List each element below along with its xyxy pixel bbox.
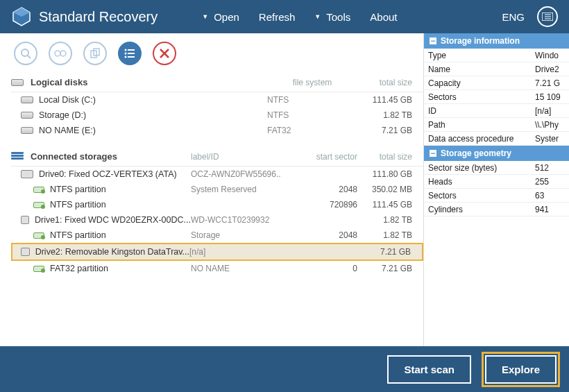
info-value: 255 xyxy=(535,177,569,187)
col-label: label/ID xyxy=(191,152,281,162)
row-name: NTFS partition xyxy=(50,230,106,240)
disk-fs: NTFS xyxy=(267,95,357,105)
drive-row[interactable]: Drive0: Fixed OCZ-VERTEX3 (ATA)OCZ-AWNZ0… xyxy=(11,167,423,182)
info-key: Path xyxy=(424,120,535,130)
svg-point-9 xyxy=(60,51,66,56)
chevron-down-icon: ▼ xyxy=(314,13,321,20)
info-key: Name xyxy=(424,65,535,74)
menu-tools[interactable]: ▼Tools xyxy=(305,0,360,33)
menu-open[interactable]: ▼Open xyxy=(192,0,249,33)
row-label: NO NAME xyxy=(191,264,281,273)
start-scan-button[interactable]: Start scan xyxy=(387,355,471,384)
svg-point-14 xyxy=(125,53,127,55)
search-icon[interactable] xyxy=(14,42,37,65)
disk-icon xyxy=(11,79,24,86)
info-key: Heads xyxy=(424,177,535,187)
row-name: FAT32 partition xyxy=(50,264,108,273)
row-name: Drive0: Fixed OCZ-VERTEX3 (ATA) xyxy=(39,169,177,179)
row-size: 350.02 MB xyxy=(357,185,423,194)
info-key: Cylinders xyxy=(424,205,535,214)
svg-rect-15 xyxy=(128,53,135,54)
disk-size: 1.82 TB xyxy=(357,110,423,120)
partition-row[interactable]: FAT32 partitionNO NAME07.21 GB xyxy=(11,261,423,276)
col-size: total size xyxy=(357,152,423,162)
language-selector[interactable]: ENG xyxy=(502,11,525,23)
partition-row[interactable]: NTFS partitionStorage20481.82 TB xyxy=(11,228,423,243)
storage-geom-title: Storage geometry xyxy=(441,148,511,158)
row-start: 2048 xyxy=(281,230,357,240)
col-filesystem: file system xyxy=(267,78,357,87)
connected-title: Connected storages xyxy=(31,151,117,162)
info-key: Sectors xyxy=(424,92,535,102)
col-totalsize: total size xyxy=(357,78,423,87)
info-row: Path\\.\Phy xyxy=(424,118,569,132)
info-row: Sectors15 109 xyxy=(424,90,569,104)
explore-button[interactable]: Explore xyxy=(485,355,557,384)
row-size: 111.45 GB xyxy=(357,200,423,210)
row-size: 7.21 GB xyxy=(356,247,422,257)
chevron-down-icon: ▼ xyxy=(202,13,208,20)
svg-line-7 xyxy=(28,56,31,58)
logical-disks-title: Logical disks xyxy=(31,77,87,87)
info-key: Type xyxy=(424,51,535,60)
logical-disk-row[interactable]: Local Disk (C:)NTFS111.45 GB xyxy=(11,92,423,108)
info-key: ID xyxy=(424,106,535,116)
storage-geom-header[interactable]: −Storage geometry xyxy=(424,146,569,161)
row-start: 2048 xyxy=(281,185,357,194)
list-view-icon[interactable] xyxy=(118,42,142,65)
partition-row[interactable]: NTFS partition720896111.45 GB xyxy=(11,197,423,212)
storage-info-header[interactable]: −Storage information xyxy=(424,33,569,49)
row-label: WD-WCC1T0239932 xyxy=(191,215,281,225)
row-start: 720896 xyxy=(281,200,357,210)
disk-name: Local Disk (C:) xyxy=(39,95,96,105)
info-key: Sector size (bytes) xyxy=(424,163,535,173)
main-panel: Logical disks file system total size Loc… xyxy=(0,33,423,346)
copy-icon[interactable] xyxy=(83,42,107,65)
row-label: System Reserved xyxy=(191,185,281,194)
connected-list: Drive0: Fixed OCZ-VERTEX3 (ATA)OCZ-AWNZ0… xyxy=(11,167,423,276)
info-value: \\.\Phy xyxy=(535,120,569,130)
header-right: ENG xyxy=(502,6,558,27)
footer: Start scan Explore xyxy=(0,346,569,392)
info-value: Windo xyxy=(535,51,569,60)
partition-icon xyxy=(33,202,44,208)
raid-icon[interactable] xyxy=(49,42,72,65)
drive-icon xyxy=(21,216,29,224)
info-key: Capacity xyxy=(424,78,535,88)
content-area: Logical disks file system total size Loc… xyxy=(0,33,569,346)
menu-about[interactable]: About xyxy=(360,0,407,33)
row-size: 1.82 TB xyxy=(357,215,423,225)
info-row: TypeWindo xyxy=(424,49,569,62)
drive-row[interactable]: Drive2: Removable Kingston DataTrav...[n… xyxy=(11,243,423,261)
collapse-icon: − xyxy=(430,37,436,44)
row-name: Drive2: Removable Kingston DataTrav... xyxy=(35,247,189,257)
menu-refresh[interactable]: Refresh xyxy=(249,0,305,33)
drive-icon xyxy=(21,170,33,178)
drive-row[interactable]: Drive1: Fixed WDC WD20EZRX-00DC...WD-WCC… xyxy=(11,212,423,228)
info-key: Data access procedure xyxy=(424,134,535,144)
header: Standard Recovery ▼Open Refresh ▼Tools A… xyxy=(0,0,569,33)
close-icon[interactable] xyxy=(153,42,176,65)
logical-disks-list: Local Disk (C:)NTFS111.45 GBStorage (D:)… xyxy=(11,92,423,138)
row-label: [n/a] xyxy=(189,247,280,257)
menu-open-label: Open xyxy=(214,11,239,23)
app-logo-icon xyxy=(11,6,32,27)
logical-disk-row[interactable]: NO NAME (E:)FAT327.21 GB xyxy=(11,123,423,138)
svg-point-8 xyxy=(55,51,60,56)
svg-point-12 xyxy=(125,49,127,51)
row-name: Drive1: Fixed WDC WD20EZRX-00DC... xyxy=(35,215,191,225)
disk-icon xyxy=(21,96,33,103)
row-size: 7.21 GB xyxy=(357,264,423,273)
info-value: Syster xyxy=(535,134,569,144)
row-start xyxy=(281,169,357,179)
connected-header: Connected storages label/ID start sector… xyxy=(11,148,423,167)
partition-row[interactable]: NTFS partitionSystem Reserved2048350.02 … xyxy=(11,182,423,197)
disk-name: NO NAME (E:) xyxy=(39,126,96,135)
panel-toggle-icon[interactable] xyxy=(537,6,558,27)
logical-disk-row[interactable]: Storage (D:)NTFS1.82 TB xyxy=(11,108,423,123)
disk-icon xyxy=(21,112,33,119)
info-key: Sectors xyxy=(424,191,535,201)
info-row: Sectors63 xyxy=(424,189,569,203)
info-row: Cylinders941 xyxy=(424,203,569,216)
row-size: 1.82 TB xyxy=(357,230,423,240)
